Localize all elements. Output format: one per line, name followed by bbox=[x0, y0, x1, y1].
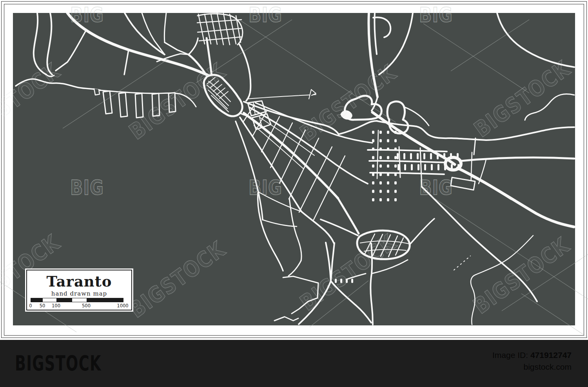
city-block-dash bbox=[394, 139, 397, 142]
city-block-dash bbox=[379, 190, 382, 193]
road bbox=[461, 157, 574, 161]
road bbox=[56, 31, 85, 71]
scale-segment bbox=[43, 298, 56, 302]
city-block-dash bbox=[437, 153, 439, 159]
road bbox=[474, 138, 475, 155]
city-block-dash bbox=[351, 279, 353, 283]
city-block-dash bbox=[387, 173, 389, 176]
city-block-dash bbox=[387, 156, 389, 159]
city-block-dash bbox=[424, 164, 426, 170]
city-block-dash bbox=[379, 148, 382, 151]
city-block-dash bbox=[372, 139, 374, 142]
road bbox=[279, 130, 305, 183]
map-title: Taranto bbox=[27, 273, 131, 290]
road bbox=[357, 230, 410, 259]
scale-label: 1000 bbox=[117, 303, 128, 309]
road bbox=[124, 50, 129, 75]
road bbox=[472, 177, 511, 199]
road bbox=[372, 260, 408, 274]
road bbox=[16, 79, 100, 90]
city-block-dash bbox=[379, 139, 382, 142]
city-block-dash bbox=[379, 156, 382, 159]
city-block-dash bbox=[387, 164, 389, 168]
bigstock-logo: BIGSTOCK bbox=[15, 351, 102, 376]
city-block-dash bbox=[372, 156, 374, 159]
city-block-dash bbox=[372, 198, 374, 201]
city-block-dash bbox=[457, 164, 459, 170]
city-block-dash bbox=[346, 279, 348, 283]
road bbox=[240, 117, 301, 212]
road bbox=[301, 212, 334, 243]
footer-bar: BIGSTOCK Image ID: 471912747 bigstock.co… bbox=[0, 340, 588, 387]
city-block-dash bbox=[403, 153, 405, 159]
road bbox=[198, 14, 205, 44]
city-block-dash bbox=[372, 181, 374, 184]
city-block-dash bbox=[417, 153, 419, 159]
city-block-dash bbox=[379, 198, 382, 201]
road bbox=[165, 42, 189, 55]
city-block-dash bbox=[387, 131, 389, 134]
city-block-dash bbox=[372, 173, 374, 176]
road bbox=[377, 130, 378, 179]
city-block-dash bbox=[372, 190, 374, 193]
road bbox=[457, 168, 574, 227]
scale-segment bbox=[72, 298, 87, 302]
road bbox=[274, 317, 298, 321]
stock-image-page: BIGBIGBIGBIGBIGBIGBIGSTOCKBIGSTOCKBIGSTO… bbox=[0, 0, 588, 387]
city-block-dash bbox=[340, 279, 342, 283]
scale-label: 0 bbox=[29, 303, 32, 309]
city-block-dash bbox=[430, 153, 432, 159]
city-block-dash bbox=[387, 139, 389, 142]
road bbox=[525, 94, 574, 120]
road bbox=[152, 93, 160, 116]
city-block-dash bbox=[372, 148, 374, 151]
city-block-dash bbox=[394, 190, 397, 193]
city-block-dash bbox=[387, 190, 389, 193]
road bbox=[34, 13, 46, 75]
road bbox=[471, 235, 533, 325]
road bbox=[46, 75, 54, 77]
road bbox=[420, 148, 422, 187]
city-block-dash bbox=[443, 153, 445, 159]
road bbox=[239, 44, 250, 101]
site-url: bigstock.com bbox=[492, 361, 572, 373]
scale-labels: 0501005001000 bbox=[31, 303, 127, 309]
scale-label: 500 bbox=[82, 303, 91, 309]
city-block-dash bbox=[410, 153, 412, 159]
road bbox=[314, 156, 345, 220]
road bbox=[142, 13, 154, 41]
scale-segment bbox=[31, 298, 43, 302]
road bbox=[497, 13, 574, 67]
road bbox=[309, 89, 316, 99]
city-block-dash bbox=[417, 164, 419, 170]
city-block-dash bbox=[372, 131, 374, 134]
road bbox=[299, 243, 331, 324]
city-block-dash bbox=[397, 164, 399, 170]
city-block-dash bbox=[437, 164, 439, 170]
road bbox=[67, 13, 212, 77]
city-block-dash bbox=[372, 164, 374, 168]
road bbox=[258, 193, 283, 271]
city-block-dash bbox=[431, 164, 433, 170]
road bbox=[189, 38, 198, 55]
road bbox=[119, 93, 127, 117]
scale-label: 50 bbox=[40, 303, 45, 309]
road bbox=[47, 13, 52, 75]
city-block-dash bbox=[379, 173, 382, 176]
city-block-dash bbox=[387, 181, 389, 184]
road bbox=[374, 13, 377, 54]
road bbox=[263, 220, 297, 226]
road bbox=[164, 13, 166, 42]
city-block-dash bbox=[379, 181, 382, 184]
road bbox=[135, 93, 143, 118]
map-subtitle: hand drawn map bbox=[27, 290, 131, 297]
city-block-dash bbox=[404, 164, 406, 170]
image-id-line: Image ID: 471912747 bbox=[492, 349, 572, 361]
footer-info: Image ID: 471912747 bigstock.com bbox=[492, 349, 572, 373]
road bbox=[289, 261, 301, 276]
road bbox=[373, 17, 390, 37]
road bbox=[94, 89, 100, 95]
city-block-dash bbox=[444, 164, 446, 170]
road bbox=[103, 91, 112, 114]
road bbox=[368, 13, 377, 97]
